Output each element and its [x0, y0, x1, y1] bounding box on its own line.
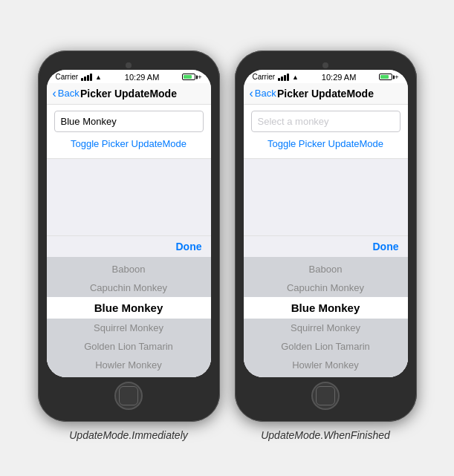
picker-item-0-whenfinished[interactable]: Baboon [244, 260, 408, 278]
picker-item-1-whenfinished[interactable]: Capuchin Monkey [244, 278, 408, 297]
home-button-immediately[interactable] [114, 382, 143, 410]
toggle-link-immediately[interactable]: Toggle Picker UpdateMode [54, 132, 204, 152]
label-whenfinished: UpdateMode.WhenFinished [261, 429, 390, 441]
status-bar-immediately: Carrier ▲ 10:29 AM [47, 70, 211, 83]
camera-immediately [126, 62, 132, 68]
camera-whenfinished [322, 62, 328, 68]
screen-content-whenfinished: Select a monkey Toggle Picker UpdateMode… [244, 105, 408, 377]
signal-whenfinished [278, 74, 289, 81]
done-bar-immediately: Done [47, 235, 211, 257]
signal-immediately [81, 74, 92, 81]
charge-icon-2: + [395, 74, 398, 81]
picker-item-4-immediately[interactable]: Golden Lion Tamarin [47, 337, 211, 356]
spacer-whenfinished [244, 159, 408, 235]
time-whenfinished: 10:29 AM [322, 73, 356, 82]
phone-shell-whenfinished: Carrier ▲ 10:29 AM [235, 50, 417, 422]
content-area-immediately: Blue Monkey Toggle Picker UpdateMode [47, 105, 211, 159]
phone-whenfinished: Carrier ▲ 10:29 AM [235, 50, 417, 441]
label-immediately: UpdateMode.Immediately [69, 429, 188, 441]
content-area-whenfinished: Select a monkey Toggle Picker UpdateMode [244, 105, 408, 159]
picker-immediately[interactable]: Baboon Capuchin Monkey Blue Monkey Squir… [47, 257, 211, 377]
phone-shell-immediately: Carrier ▲ 10:29 AM [38, 50, 220, 422]
carrier-label-whenfinished: Carrier [253, 73, 276, 81]
carrier-label-immediately: Carrier [56, 73, 79, 81]
phone-screen-immediately: Carrier ▲ 10:29 AM [47, 70, 211, 377]
wifi-immediately: ▲ [95, 74, 102, 81]
phone-immediately: Carrier ▲ 10:29 AM [38, 50, 220, 441]
picker-item-0-immediately[interactable]: Baboon [47, 260, 211, 278]
back-arrow-whenfinished: ‹ [250, 87, 253, 100]
picker-item-5-whenfinished[interactable]: Howler Monkey [244, 356, 408, 374]
nav-bar-whenfinished: ‹ Back Picker UpdateMode [244, 83, 408, 105]
nav-bar-immediately: ‹ Back Picker UpdateMode [47, 83, 211, 105]
picker-whenfinished[interactable]: Baboon Capuchin Monkey Blue Monkey Squir… [244, 257, 408, 377]
home-button-whenfinished[interactable] [311, 382, 340, 410]
picker-item-2-whenfinished[interactable]: Blue Monkey [244, 297, 408, 319]
picker-item-3-immediately[interactable]: Squirrel Monkey [47, 319, 211, 337]
back-button-whenfinished[interactable]: ‹ Back [250, 87, 276, 100]
done-button-whenfinished[interactable]: Done [373, 241, 399, 252]
picker-item-1-immediately[interactable]: Capuchin Monkey [47, 278, 211, 297]
wifi-whenfinished: ▲ [292, 74, 299, 81]
text-field-whenfinished[interactable]: Select a monkey [251, 111, 401, 132]
phones-container: Carrier ▲ 10:29 AM [23, 36, 432, 441]
time-immediately: 10:29 AM [125, 73, 159, 82]
picker-item-5-immediately[interactable]: Howler Monkey [47, 356, 211, 374]
screen-content-immediately: Blue Monkey Toggle Picker UpdateMode Don… [47, 105, 211, 377]
picker-item-3-whenfinished[interactable]: Squirrel Monkey [244, 319, 408, 337]
picker-item-4-whenfinished[interactable]: Golden Lion Tamarin [244, 337, 408, 356]
toggle-link-whenfinished[interactable]: Toggle Picker UpdateMode [251, 132, 401, 152]
back-label-immediately: Back [58, 88, 80, 99]
charge-icon: + [198, 74, 201, 81]
nav-title-whenfinished: Picker UpdateMode [277, 88, 374, 100]
phone-screen-whenfinished: Carrier ▲ 10:29 AM [244, 70, 408, 377]
battery-immediately [182, 74, 195, 80]
status-bar-whenfinished: Carrier ▲ 10:29 AM [244, 70, 408, 83]
picker-item-2-immediately[interactable]: Blue Monkey [47, 297, 211, 319]
back-label-whenfinished: Back [255, 88, 276, 99]
back-arrow-immediately: ‹ [53, 87, 56, 100]
spacer-immediately [47, 159, 211, 235]
done-bar-whenfinished: Done [244, 235, 408, 257]
done-button-immediately[interactable]: Done [176, 241, 202, 252]
battery-whenfinished [379, 74, 392, 80]
back-button-immediately[interactable]: ‹ Back [53, 87, 80, 100]
nav-title-immediately: Picker UpdateMode [80, 88, 177, 100]
text-field-immediately[interactable]: Blue Monkey [54, 111, 204, 132]
